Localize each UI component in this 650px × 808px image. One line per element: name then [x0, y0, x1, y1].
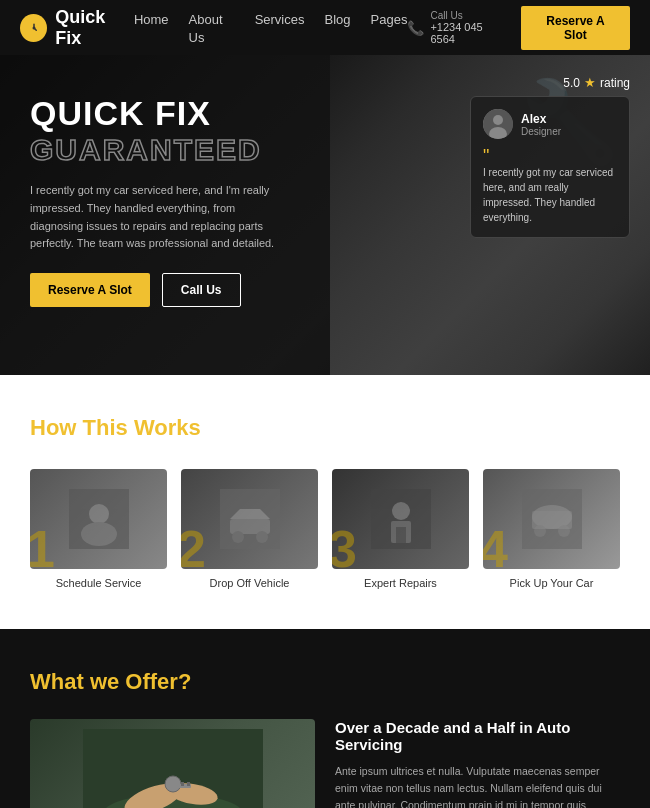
- how-title: How This Works: [30, 415, 620, 441]
- offer-title: What we Offer?: [30, 669, 620, 695]
- reserve-nav-button[interactable]: Reserve A Slot: [521, 6, 630, 50]
- call-number: +1234 045 6564: [430, 21, 507, 45]
- navbar: Quick Fix Home About Us Services Blog Pa…: [0, 0, 650, 55]
- offer-title-prefix: What we: [30, 669, 119, 694]
- rating-card: 5.0 ★ rating Alex Designer " I rece: [470, 75, 630, 238]
- svg-rect-28: [181, 782, 184, 786]
- hero-content: QUICK FIX GUARANTEED I recently got my c…: [0, 55, 320, 337]
- avatar: [483, 109, 513, 139]
- hero-subtitle: GUARANTEED: [30, 132, 290, 168]
- svg-point-7: [81, 522, 117, 546]
- step-number-3: 3: [332, 523, 357, 569]
- reviewer-info: Alex Designer: [483, 109, 617, 139]
- star-icon: ★: [584, 75, 596, 90]
- hero-reserve-button[interactable]: Reserve A Slot: [30, 273, 150, 307]
- offer-service-title: Over a Decade and a Half in Auto Servici…: [335, 719, 620, 753]
- step-label-3: Expert Repairs: [332, 577, 469, 589]
- how-img-2: 2: [181, 469, 318, 569]
- hero-call-button[interactable]: Call Us: [162, 273, 241, 307]
- nav-links: Home About Us Services Blog Pages: [134, 10, 407, 46]
- hero-description: I recently got my car serviced here, and…: [30, 182, 290, 252]
- offer-section: What we Offer? Over a Dec: [0, 629, 650, 808]
- how-steps-grid: 1 Schedule Service 2 Drop Off Vehicle: [30, 469, 620, 589]
- nav-about[interactable]: About Us: [189, 12, 223, 45]
- hero-buttons: Reserve A Slot Call Us: [30, 273, 290, 307]
- rating-score-row: 5.0 ★ rating: [470, 75, 630, 90]
- svg-point-11: [256, 531, 268, 543]
- brand-logo[interactable]: Quick Fix: [20, 7, 134, 49]
- offer-text-content: Over a Decade and a Half in Auto Servici…: [335, 719, 620, 808]
- nav-pages[interactable]: Pages: [371, 12, 408, 27]
- step-number-1: 1: [30, 523, 55, 569]
- hero-title: QUICK FIX: [30, 95, 290, 132]
- how-img-4: 4: [483, 469, 620, 569]
- nav-services[interactable]: Services: [255, 12, 305, 27]
- nav-blog[interactable]: Blog: [325, 12, 351, 27]
- step-label-2: Drop Off Vehicle: [181, 577, 318, 589]
- rating-label: rating: [600, 76, 630, 90]
- call-label: Call Us: [430, 10, 507, 21]
- svg-point-14: [392, 502, 410, 520]
- review-card: Alex Designer " I recently got my car se…: [470, 96, 630, 238]
- how-step-2: 2 Drop Off Vehicle: [181, 469, 318, 589]
- review-text: I recently got my car serviced here, and…: [483, 165, 617, 225]
- step-number-2: 2: [181, 523, 206, 569]
- reviewer-role: Designer: [521, 126, 561, 137]
- offer-title-suffix: ?: [178, 669, 191, 694]
- offer-grid: Over a Decade and a Half in Auto Servici…: [30, 719, 620, 808]
- navbar-right: 📞 Call Us +1234 045 6564 Reserve A Slot: [407, 6, 630, 50]
- svg-rect-16: [396, 527, 406, 543]
- how-step-4: 4 Pick Up Your Car: [483, 469, 620, 589]
- quote-icon: ": [483, 147, 617, 165]
- brand-name: Quick Fix: [55, 7, 134, 49]
- svg-rect-29: [187, 782, 190, 786]
- svg-rect-21: [532, 511, 572, 529]
- offer-service-desc: Ante ipsum ultrices et nulla. Vulputate …: [335, 763, 620, 808]
- svg-point-6: [89, 504, 109, 524]
- how-step-3: 3 Expert Repairs: [332, 469, 469, 589]
- step-label-4: Pick Up Your Car: [483, 577, 620, 589]
- nav-home[interactable]: Home: [134, 12, 169, 27]
- how-img-1: 1: [30, 469, 167, 569]
- step-label-1: Schedule Service: [30, 577, 167, 589]
- reviewer-name: Alex: [521, 112, 561, 126]
- offer-image: [30, 719, 315, 808]
- rating-number: 5.0: [563, 76, 580, 90]
- offer-img-placeholder: [30, 719, 315, 808]
- how-img-3: 3: [332, 469, 469, 569]
- phone-icon: 📞: [407, 20, 424, 36]
- how-step-1: 1 Schedule Service: [30, 469, 167, 589]
- logo-icon: [20, 14, 47, 42]
- hero-section: 🔧 QUICK FIX GUARANTEED I recently got my…: [0, 55, 650, 375]
- step-number-4: 4: [483, 523, 508, 569]
- offer-title-highlight: Offer: [125, 669, 178, 694]
- svg-point-1: [32, 26, 35, 29]
- call-us-info: 📞 Call Us +1234 045 6564: [407, 10, 507, 45]
- how-section: How This Works 1 Schedule Service: [0, 375, 650, 629]
- svg-point-3: [493, 115, 503, 125]
- svg-point-10: [232, 531, 244, 543]
- how-title-prefix: How This: [30, 415, 128, 440]
- how-title-highlight: Works: [134, 415, 201, 440]
